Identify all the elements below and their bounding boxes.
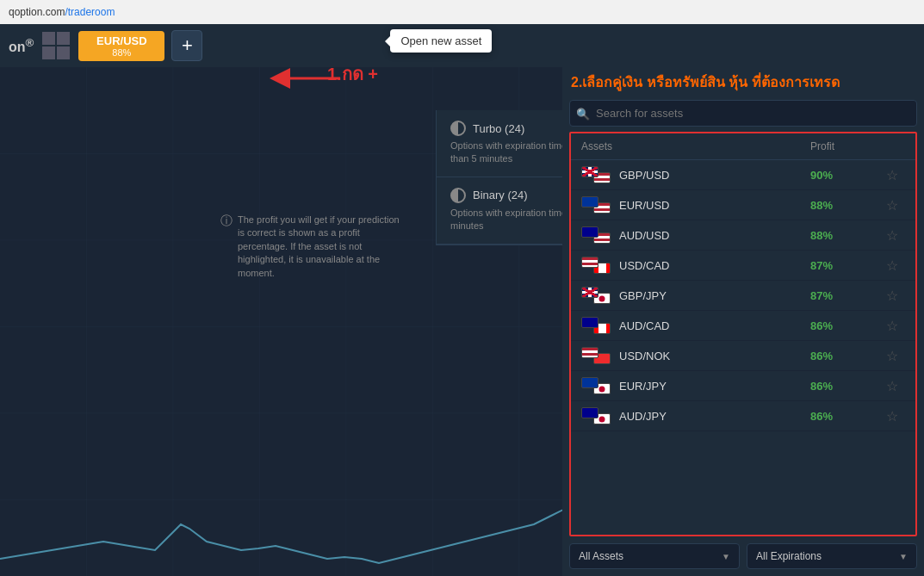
flag-container xyxy=(581,196,611,214)
flag-top xyxy=(581,196,598,207)
flag-top xyxy=(581,317,598,328)
all-expirations-filter[interactable]: All Expirations ▼ xyxy=(747,543,917,569)
asset-profit: 88% xyxy=(810,229,879,242)
browser-bar: qoption.com/traderoom xyxy=(0,0,924,24)
dropdown-wrapper: Turbo (24) Options with expiration time … xyxy=(220,110,410,280)
asset-name: USD/NOK xyxy=(619,350,810,362)
flag-container xyxy=(581,407,611,424)
star-button[interactable]: ☆ xyxy=(879,257,905,274)
table-row[interactable]: AUD/CAD 86% ☆ xyxy=(571,311,915,341)
star-button[interactable]: ☆ xyxy=(879,197,905,214)
url-prefix: qoption.com xyxy=(9,6,65,18)
all-assets-filter[interactable]: All Assets ▼ xyxy=(569,543,740,569)
logo-area: on® xyxy=(9,36,34,55)
flag-container xyxy=(581,377,611,394)
main-content: Turbo (24) Options with expiration time … xyxy=(0,67,924,576)
assets-table: Assets Profit GBP/USD 90% ☆ EUR/USD 88% … xyxy=(569,132,917,536)
binary-radio xyxy=(450,188,466,203)
asset-pct: 88% xyxy=(112,47,131,58)
turbo-desc: Options with expiration time less than 5… xyxy=(450,139,562,166)
flag-top xyxy=(581,287,598,298)
table-row[interactable]: AUD/USD 88% ☆ xyxy=(571,220,915,251)
star-button[interactable]: ☆ xyxy=(879,348,905,364)
col-star-header xyxy=(879,140,905,152)
asset-name: GBP/JPY xyxy=(619,289,810,302)
left-area: Turbo (24) Options with expiration time … xyxy=(0,67,562,576)
step2-annotation: 2.เลือกคู่เงิน หรือทรัพย์สิน หุ้น ที่ต้อ… xyxy=(571,71,915,93)
all-assets-label: All Assets xyxy=(579,550,623,562)
asset-profit: 86% xyxy=(810,319,879,332)
table-row[interactable]: GBP/JPY 87% ☆ xyxy=(571,281,915,311)
turbo-title: Turbo (24) xyxy=(473,122,524,135)
flag-top xyxy=(581,407,598,418)
asset-profit: 86% xyxy=(810,350,879,362)
grid-icon[interactable] xyxy=(42,32,70,59)
asset-name: EUR/JPY xyxy=(619,380,810,393)
star-button[interactable]: ☆ xyxy=(879,318,905,334)
table-row[interactable]: AUD/JPY 86% ☆ xyxy=(571,401,915,431)
flag-top xyxy=(581,226,598,238)
assets-chevron-icon: ▼ xyxy=(722,552,730,561)
asset-profit: 86% xyxy=(810,380,879,393)
tooltip-open-asset: Open new asset xyxy=(390,29,492,53)
star-button[interactable]: ☆ xyxy=(879,378,905,394)
star-button[interactable]: ☆ xyxy=(879,167,905,183)
flag-container xyxy=(581,257,611,274)
all-expirations-label: All Expirations xyxy=(756,550,822,562)
info-section: ⓘ The profit you will get if your predic… xyxy=(220,214,401,280)
search-icon: 🔍 xyxy=(576,107,590,120)
asset-rows-container: GBP/USD 90% ☆ EUR/USD 88% ☆ AUD/USD 88% … xyxy=(571,160,915,431)
asset-name: AUD/CAD xyxy=(619,319,810,332)
asset-name: USD/CAD xyxy=(619,259,810,272)
asset-name: AUD/JPY xyxy=(619,410,810,423)
bottom-filters: All Assets ▼ All Expirations ▼ xyxy=(562,536,924,576)
table-row[interactable]: USD/CAD 87% ☆ xyxy=(571,251,915,281)
table-row[interactable]: GBP/USD 90% ☆ xyxy=(571,160,915,190)
plus-button[interactable]: + Open new asset xyxy=(171,30,202,61)
turbo-radio xyxy=(450,121,466,136)
flag-container xyxy=(581,317,611,334)
top-nav: on® EUR/USD 88% + Open new asset 1.กด + xyxy=(0,24,924,67)
flag-top xyxy=(581,166,598,177)
flag-container xyxy=(581,347,611,364)
dropdown-panel: Turbo (24) Options with expiration time … xyxy=(436,110,562,245)
info-icon: ⓘ xyxy=(220,214,233,280)
flag-top xyxy=(581,377,598,388)
table-row[interactable]: USD/NOK 86% ☆ xyxy=(571,341,915,371)
logo-text: on® xyxy=(9,36,34,55)
table-row[interactable]: EUR/USD 88% ☆ xyxy=(571,190,915,220)
asset-profit: 87% xyxy=(810,289,879,302)
table-header: Assets Profit xyxy=(571,133,915,160)
table-row[interactable]: EUR/JPY 86% ☆ xyxy=(571,371,915,401)
star-button[interactable]: ☆ xyxy=(879,408,905,424)
asset-profit: 90% xyxy=(810,169,879,182)
binary-desc: Options with expiration time from 15 min… xyxy=(450,207,562,233)
star-button[interactable]: ☆ xyxy=(879,288,905,304)
asset-profit: 86% xyxy=(810,410,879,423)
asset-name: GBP/USD xyxy=(619,169,810,182)
url-path: /traderoom xyxy=(65,6,115,18)
binary-title: Binary (24) xyxy=(473,189,528,201)
asset-name: EUR/USD xyxy=(619,199,810,212)
logo-trademark: ® xyxy=(26,36,34,49)
flag-container xyxy=(581,226,611,244)
flag-top xyxy=(581,347,598,358)
flag-container xyxy=(581,166,611,183)
search-bar: 🔍 xyxy=(569,100,917,127)
asset-name: AUD/USD xyxy=(619,229,810,242)
flag-top xyxy=(581,257,598,268)
asset-profit: 87% xyxy=(810,259,879,272)
step1-annotation: 1.กด + xyxy=(327,60,378,88)
right-panel: 2.เลือกคู่เงิน หรือทรัพย์สิน หุ้น ที่ต้อ… xyxy=(562,67,924,576)
turbo-option[interactable]: Turbo (24) Options with expiration time … xyxy=(437,110,562,177)
col-profit-header: Profit xyxy=(810,140,879,152)
expirations-chevron-icon: ▼ xyxy=(899,552,908,561)
star-button[interactable]: ☆ xyxy=(879,227,905,244)
asset-tab[interactable]: EUR/USD 88% xyxy=(78,31,164,61)
asset-profit: 88% xyxy=(810,199,879,212)
search-input[interactable] xyxy=(569,100,917,127)
asset-pair: EUR/USD xyxy=(96,34,147,47)
binary-option[interactable]: Binary (24) Options with expiration time… xyxy=(437,177,562,245)
col-assets-header: Assets xyxy=(581,140,810,152)
flag-container xyxy=(581,287,611,304)
